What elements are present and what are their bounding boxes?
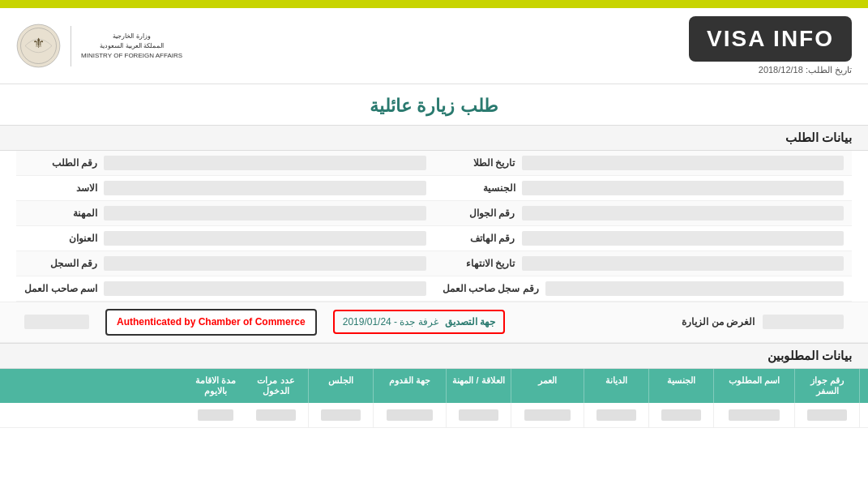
label-address: العنوان (24, 233, 97, 244)
ministry-logo-divider (71, 26, 71, 66)
field-value-expiry (522, 256, 844, 271)
label-regnum: رقم السجل (24, 258, 97, 269)
th-age: العمر (511, 369, 584, 403)
ministry-text: وزارة الخارجية المملكة العربية السعودية … (81, 32, 182, 61)
table-data-row-1 (0, 403, 868, 428)
form-row-mobile: رقم الجوال (434, 201, 853, 226)
th-entries: عدد مرات الدخول (244, 369, 309, 403)
field-value-regnum (104, 256, 426, 271)
svg-text:⚜: ⚜ (32, 36, 45, 50)
visa-info-badge: VISA INFO (689, 16, 852, 62)
form-row-profession: المهنة (16, 201, 434, 226)
emblem-icon: ⚜ (16, 24, 61, 68)
td-duration-1 (187, 403, 244, 427)
th-gender: الجلس (309, 369, 374, 403)
chamber-box: Authenticated by Chamber of Commerce (105, 309, 317, 336)
field-value-employer (104, 281, 426, 296)
th-religion: الديانة (584, 369, 649, 403)
field-value-purpose-left (24, 315, 89, 329)
field-value-address (104, 231, 426, 246)
th-duration: مدة الاقامة بالايوم (187, 369, 244, 403)
label-phone: رقم الهاتف (443, 233, 515, 244)
form-grid: تاريخ الطلا الجنسية رقم الجوال رقم الهات… (0, 151, 868, 302)
label-purpose: الغرض من الزيارة (665, 316, 755, 328)
label-profession: المهنة (24, 208, 97, 219)
field-value-profession (104, 206, 426, 221)
field-value-purpose-right (763, 315, 844, 329)
section-header-required: بيانات المطلوبين (0, 343, 868, 369)
page-title: طلب زيارة عائلية (0, 84, 868, 125)
form-row-expiry: تاريخ الانتهاء (434, 251, 853, 276)
logo-area: وزارة الخارجية المملكة العربية السعودية … (16, 24, 182, 68)
td-origin-1 (374, 403, 447, 427)
form-row-address: العنوان (16, 226, 434, 251)
field-value-date (522, 156, 844, 170)
form-row-date: تاريخ الطلا (434, 151, 853, 176)
th-origin: جهة القدوم (374, 369, 447, 403)
field-value-phone (522, 231, 844, 246)
td-religion-1 (584, 403, 649, 427)
header: VISA INFO تاريخ الطلب: 2018/12/18 وزارة … (0, 8, 868, 84)
label-employer: اسم صاحب العمل (24, 283, 97, 294)
header-date: تاريخ الطلب: 2018/12/18 (759, 65, 852, 75)
auth-date: غرفة جدة - 2019/01/24 (343, 316, 438, 328)
td-name-1 (714, 403, 795, 427)
authentication-row: الغرض من الزيارة جهة التصديق غرفة جدة - … (0, 302, 868, 343)
header-left: VISA INFO تاريخ الطلب: 2018/12/18 (689, 16, 852, 75)
top-bar (0, 0, 868, 8)
form-row-nationality: الجنسية (434, 176, 853, 201)
td-gender-1 (309, 403, 374, 427)
td-age-1 (511, 403, 584, 427)
left-column: تاريخ الطلا الجنسية رقم الجوال رقم الهات… (434, 151, 853, 302)
label-date: تاريخ الطلا (443, 157, 515, 169)
th-name: اسم المطلوب (714, 369, 795, 403)
form-row-regnum: رقم السجل (16, 251, 434, 276)
form-row-phone: رقم الهاتف (434, 226, 853, 251)
ministry-line3: MINISTRY OF FOREIGN AFFAIRS (81, 51, 182, 61)
field-value-asad (104, 181, 426, 195)
label-reqnum: رقم الطلب (24, 157, 97, 169)
form-row-commercial: رقم سجل صاحب العمل (434, 276, 853, 302)
field-value-nationality (522, 181, 844, 195)
right-column: رقم الطلب الاسد المهنة العنوان رقم السجل… (16, 151, 434, 302)
th-nationality: الجنسية (649, 369, 714, 403)
td-nationality-1 (649, 403, 714, 427)
table-header-row: رقم جواز السفر اسم المطلوب الجنسية الديا… (0, 369, 868, 403)
label-expiry: تاريخ الانتهاء (443, 258, 515, 269)
label-asad: الاسد (24, 182, 97, 194)
form-row-employer: اسم صاحب العمل (16, 276, 434, 302)
th-relation: العلاقة / المهنة (447, 369, 511, 403)
section-header-request: بيانات الطلب (0, 125, 868, 151)
field-value-commercial (545, 281, 844, 296)
ministry-line2: المملكة العربية السعودية (100, 41, 163, 51)
label-nationality: الجنسية (443, 182, 515, 194)
auth-label: جهة التصديق (445, 316, 495, 328)
field-value-mobile (522, 206, 844, 221)
td-entries-1 (244, 403, 309, 427)
td-relation-1 (447, 403, 511, 427)
form-row-asad: الاسد (16, 176, 434, 201)
label-mobile: رقم الجوال (443, 208, 515, 219)
label-commercial: رقم سجل صاحب العمل (443, 283, 539, 294)
field-value-reqnum (104, 156, 426, 170)
th-passport: رقم جواز السفر (795, 369, 860, 403)
form-row-reqnum: رقم الطلب (16, 151, 434, 176)
ministry-line1: وزارة الخارجية (113, 32, 150, 41)
td-passport-1 (795, 403, 860, 427)
auth-box-red: جهة التصديق غرفة جدة - 2019/01/24 (333, 310, 505, 334)
